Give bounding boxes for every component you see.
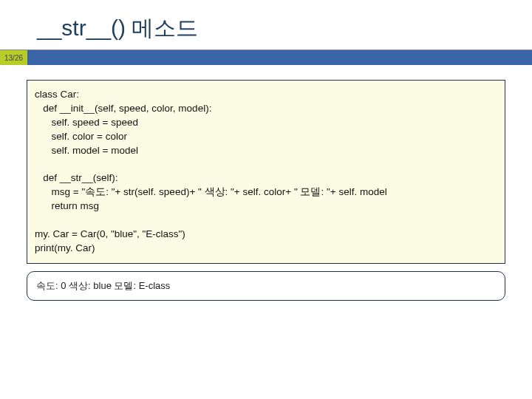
code-line: self. model = model [35,145,138,156]
pagenum-bar: 13/26 [0,50,532,65]
code-line: return msg [35,200,99,211]
code-line: my. Car = Car(0, "blue", "E-class") [35,228,185,239]
code-line: def __str__(self): [35,172,118,183]
code-line: print(my. Car) [35,242,95,253]
code-line: self. color = color [35,131,127,142]
output-block: 속도: 0 색상: blue 모델: E-class [27,271,505,301]
slide-title: __str__() 메소드 [0,0,532,50]
code-line: class Car: [35,89,79,100]
page-number: 13/26 [0,50,27,65]
code-block: class Car: def __init__(self, speed, col… [27,80,505,264]
code-line: def __init__(self, speed, color, model): [35,103,211,114]
code-line: msg = "속도: "+ str(self. speed)+ " 색상: "+… [35,186,387,197]
code-line: self. speed = speed [35,117,138,128]
